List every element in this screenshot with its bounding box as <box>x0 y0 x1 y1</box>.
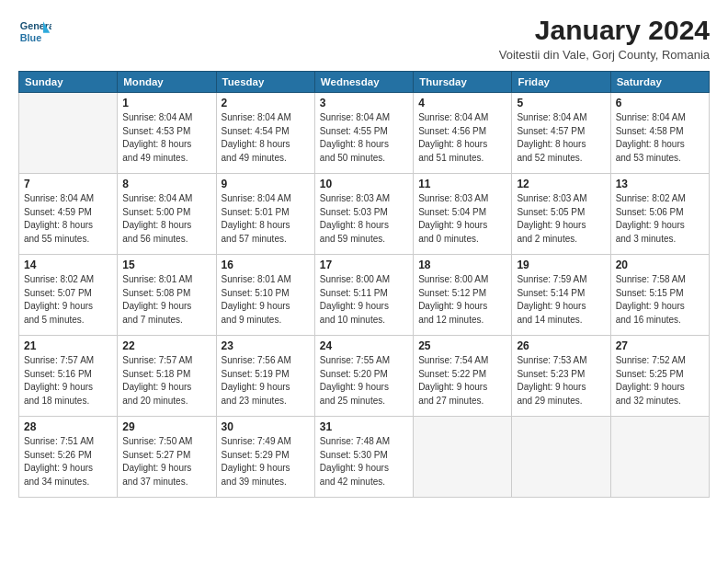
day-number: 30 <box>222 420 310 433</box>
calendar-week-row: 14Sunrise: 8:02 AMSunset: 5:07 PMDayligh… <box>19 255 710 336</box>
logo: General Blue <box>18 15 51 48</box>
table-row: 8Sunrise: 8:04 AMSunset: 5:00 PMDaylight… <box>118 174 216 255</box>
day-number: 28 <box>24 420 112 433</box>
day-info: Sunrise: 8:00 AMSunset: 5:12 PMDaylight:… <box>418 273 506 327</box>
table-row: 25Sunrise: 7:54 AMSunset: 5:22 PMDayligh… <box>414 336 512 417</box>
table-row: 26Sunrise: 7:53 AMSunset: 5:23 PMDayligh… <box>512 336 610 417</box>
calendar-week-row: 1Sunrise: 8:04 AMSunset: 4:53 PMDaylight… <box>19 93 710 174</box>
day-number: 29 <box>122 420 210 433</box>
table-row: 1Sunrise: 8:04 AMSunset: 4:53 PMDaylight… <box>118 93 216 174</box>
day-number: 24 <box>320 339 408 352</box>
table-row: 19Sunrise: 7:59 AMSunset: 5:14 PMDayligh… <box>512 255 610 336</box>
table-row: 3Sunrise: 8:04 AMSunset: 4:55 PMDaylight… <box>314 93 413 174</box>
day-number: 7 <box>24 178 112 190</box>
day-info: Sunrise: 8:04 AMSunset: 5:00 PMDaylight:… <box>122 192 210 246</box>
day-info: Sunrise: 7:51 AMSunset: 5:26 PMDaylight:… <box>24 435 112 488</box>
day-info: Sunrise: 7:52 AMSunset: 5:25 PMDaylight:… <box>616 354 704 408</box>
day-info: Sunrise: 8:04 AMSunset: 4:57 PMDaylight:… <box>517 111 605 165</box>
day-number: 25 <box>418 339 506 352</box>
table-row: 14Sunrise: 8:02 AMSunset: 5:07 PMDayligh… <box>19 255 118 336</box>
day-info: Sunrise: 7:48 AMSunset: 5:30 PMDaylight:… <box>320 435 408 488</box>
table-row: 16Sunrise: 8:01 AMSunset: 5:10 PMDayligh… <box>216 255 314 336</box>
table-row: 7Sunrise: 8:04 AMSunset: 4:59 PMDaylight… <box>19 174 118 255</box>
table-row <box>19 93 118 174</box>
day-number: 13 <box>616 178 704 190</box>
header-sunday: Sunday <box>19 72 118 93</box>
table-row: 23Sunrise: 7:56 AMSunset: 5:19 PMDayligh… <box>216 336 314 417</box>
day-number: 5 <box>517 97 605 109</box>
table-row: 11Sunrise: 8:03 AMSunset: 5:04 PMDayligh… <box>414 174 512 255</box>
svg-text:Blue: Blue <box>20 32 41 43</box>
day-number: 1 <box>122 97 210 109</box>
day-info: Sunrise: 8:04 AMSunset: 4:56 PMDaylight:… <box>418 111 506 165</box>
day-number: 14 <box>24 259 112 271</box>
header-thursday: Thursday <box>414 72 512 93</box>
title-block: January 2024 Voitestii din Vale, Gorj Co… <box>499 15 710 62</box>
header-monday: Monday <box>118 72 216 93</box>
day-number: 3 <box>320 97 408 109</box>
header-tuesday: Tuesday <box>216 72 314 93</box>
page: General Blue January 2024 Voitestii din … <box>0 0 728 563</box>
header-friday: Friday <box>512 72 610 93</box>
table-row: 2Sunrise: 8:04 AMSunset: 4:54 PMDaylight… <box>216 93 314 174</box>
day-number: 26 <box>517 339 605 352</box>
day-number: 6 <box>616 97 704 109</box>
day-info: Sunrise: 7:53 AMSunset: 5:23 PMDaylight:… <box>517 354 605 408</box>
header: General Blue January 2024 Voitestii din … <box>18 15 710 62</box>
day-info: Sunrise: 8:01 AMSunset: 5:10 PMDaylight:… <box>222 273 310 327</box>
day-number: 17 <box>320 259 408 271</box>
table-row: 17Sunrise: 8:00 AMSunset: 5:11 PMDayligh… <box>314 255 413 336</box>
table-row: 30Sunrise: 7:49 AMSunset: 5:29 PMDayligh… <box>216 417 314 498</box>
day-info: Sunrise: 7:50 AMSunset: 5:27 PMDaylight:… <box>122 435 210 488</box>
day-info: Sunrise: 8:04 AMSunset: 4:59 PMDaylight:… <box>24 192 112 246</box>
day-number: 23 <box>222 339 310 352</box>
table-row: 4Sunrise: 8:04 AMSunset: 4:56 PMDaylight… <box>414 93 512 174</box>
day-number: 8 <box>122 178 210 190</box>
day-number: 12 <box>517 178 605 190</box>
day-info: Sunrise: 7:57 AMSunset: 5:18 PMDaylight:… <box>122 354 210 408</box>
table-row: 29Sunrise: 7:50 AMSunset: 5:27 PMDayligh… <box>118 417 216 498</box>
day-info: Sunrise: 8:00 AMSunset: 5:11 PMDaylight:… <box>320 273 408 327</box>
day-info: Sunrise: 8:02 AMSunset: 5:06 PMDaylight:… <box>616 192 704 246</box>
location-subtitle: Voitestii din Vale, Gorj County, Romania <box>499 48 710 62</box>
day-info: Sunrise: 8:01 AMSunset: 5:08 PMDaylight:… <box>122 273 210 327</box>
day-info: Sunrise: 7:56 AMSunset: 5:19 PMDaylight:… <box>222 354 310 408</box>
calendar-week-row: 21Sunrise: 7:57 AMSunset: 5:16 PMDayligh… <box>19 336 710 417</box>
day-info: Sunrise: 7:58 AMSunset: 5:15 PMDaylight:… <box>616 273 704 327</box>
calendar-header-row: Sunday Monday Tuesday Wednesday Thursday… <box>19 72 710 93</box>
day-info: Sunrise: 8:04 AMSunset: 4:53 PMDaylight:… <box>122 111 210 165</box>
table-row: 9Sunrise: 8:04 AMSunset: 5:01 PMDaylight… <box>216 174 314 255</box>
header-wednesday: Wednesday <box>314 72 413 93</box>
day-info: Sunrise: 8:04 AMSunset: 4:55 PMDaylight:… <box>320 111 408 165</box>
day-number: 4 <box>418 97 506 109</box>
day-number: 20 <box>616 259 704 271</box>
logo-icon: General Blue <box>18 15 51 48</box>
table-row: 28Sunrise: 7:51 AMSunset: 5:26 PMDayligh… <box>19 417 118 498</box>
table-row: 6Sunrise: 8:04 AMSunset: 4:58 PMDaylight… <box>610 93 709 174</box>
day-info: Sunrise: 8:02 AMSunset: 5:07 PMDaylight:… <box>24 273 112 327</box>
day-number: 15 <box>122 259 210 271</box>
day-info: Sunrise: 7:54 AMSunset: 5:22 PMDaylight:… <box>418 354 506 408</box>
month-year-title: January 2024 <box>499 15 710 46</box>
calendar-table: Sunday Monday Tuesday Wednesday Thursday… <box>18 71 710 498</box>
day-number: 21 <box>24 339 112 352</box>
day-info: Sunrise: 7:49 AMSunset: 5:29 PMDaylight:… <box>222 435 310 488</box>
day-info: Sunrise: 7:55 AMSunset: 5:20 PMDaylight:… <box>320 354 408 408</box>
calendar-week-row: 28Sunrise: 7:51 AMSunset: 5:26 PMDayligh… <box>19 417 710 498</box>
calendar-week-row: 7Sunrise: 8:04 AMSunset: 4:59 PMDaylight… <box>19 174 710 255</box>
day-number: 31 <box>320 420 408 433</box>
table-row: 5Sunrise: 8:04 AMSunset: 4:57 PMDaylight… <box>512 93 610 174</box>
day-number: 9 <box>222 178 310 190</box>
day-number: 27 <box>616 339 704 352</box>
day-info: Sunrise: 8:04 AMSunset: 4:54 PMDaylight:… <box>222 111 310 165</box>
table-row <box>512 417 610 498</box>
day-info: Sunrise: 8:04 AMSunset: 4:58 PMDaylight:… <box>616 111 704 165</box>
day-number: 2 <box>222 97 310 109</box>
header-saturday: Saturday <box>610 72 709 93</box>
table-row: 21Sunrise: 7:57 AMSunset: 5:16 PMDayligh… <box>19 336 118 417</box>
day-number: 22 <box>122 339 210 352</box>
day-number: 19 <box>517 259 605 271</box>
day-number: 18 <box>418 259 506 271</box>
day-number: 10 <box>320 178 408 190</box>
day-info: Sunrise: 7:59 AMSunset: 5:14 PMDaylight:… <box>517 273 605 327</box>
